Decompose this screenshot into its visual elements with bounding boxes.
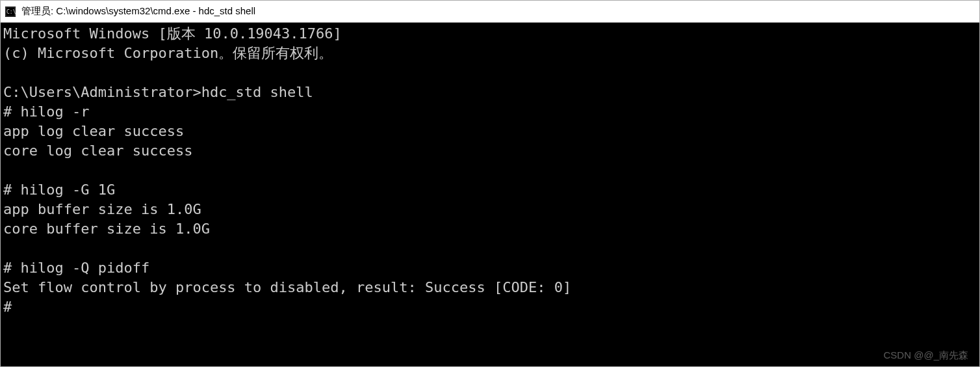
cmd-window: C:\ 管理员: C:\windows\system32\cmd.exe - h…	[0, 0, 980, 367]
titlebar[interactable]: C:\ 管理员: C:\windows\system32\cmd.exe - h…	[1, 1, 979, 23]
terminal-output[interactable]: Microsoft Windows [版本 10.0.19043.1766] (…	[1, 23, 979, 366]
titlebar-text: 管理员: C:\windows\system32\cmd.exe - hdc_s…	[21, 5, 255, 18]
svg-text:C:\: C:\	[6, 9, 16, 15]
cmd-icon: C:\	[5, 6, 16, 18]
